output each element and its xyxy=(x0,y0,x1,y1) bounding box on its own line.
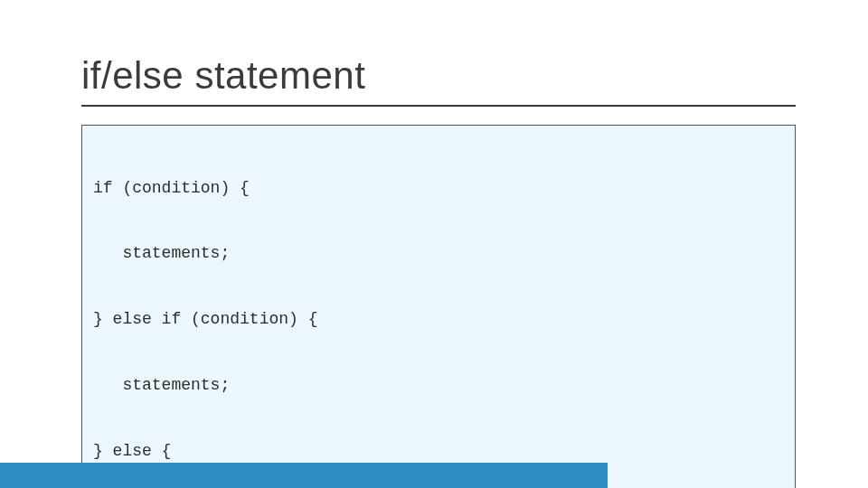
code-line: if (condition) { xyxy=(93,177,784,199)
code-line: statements; xyxy=(93,242,784,264)
code-line: } else { xyxy=(93,440,784,462)
slide-title: if/else statement xyxy=(81,54,796,107)
slide: if/else statement if (condition) { state… xyxy=(0,0,868,488)
code-block: if (condition) { statements; } else if (… xyxy=(81,125,796,488)
code-line: statements; xyxy=(93,374,784,396)
code-line: } else if (condition) { xyxy=(93,308,784,330)
footer-accent-bar xyxy=(0,463,608,488)
